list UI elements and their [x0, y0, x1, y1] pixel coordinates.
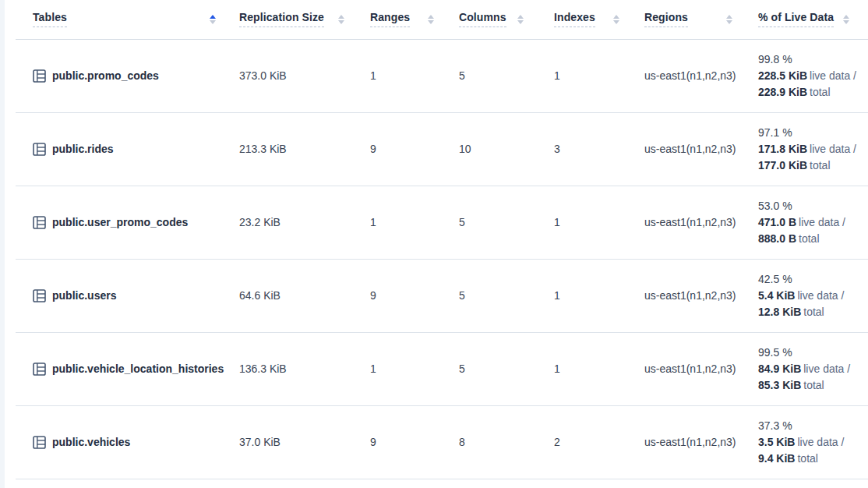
cell-regions: us-east1(n1,n2,n3) [627, 405, 740, 479]
table-row: public.rides 213.3 KiB 9 10 3 us-east1(n… [16, 112, 868, 186]
table-icon [33, 69, 46, 83]
cell-regions: us-east1(n1,n2,n3) [627, 259, 740, 332]
cell-indexes: 1 [531, 39, 627, 112]
table-name-link[interactable]: public.promo_codes [52, 69, 159, 82]
table-row: public.promo_codes 373.0 KiB 1 5 1 us-ea… [16, 39, 868, 112]
live-size: 5.4 KiB [758, 289, 795, 302]
cell-columns: 5 [442, 39, 531, 112]
cell-regions: us-east1(n1,n2,n3) [627, 39, 740, 112]
cell-live-data: 97.1 % 171.8 KiBlive data / 177.0 KiBtot… [740, 112, 868, 186]
cell-ranges: 1 [352, 332, 442, 405]
cell-ranges: 9 [352, 259, 442, 332]
table-icon [33, 289, 46, 302]
table-icon [33, 436, 46, 449]
sort-icon[interactable] [726, 15, 732, 24]
column-header-label: Columns [459, 11, 506, 27]
cell-replication-size: 213.3 KiB [224, 112, 352, 186]
total-size: 177.0 KiB [758, 159, 807, 172]
table-name-link[interactable]: public.vehicles [52, 436, 130, 448]
column-header-regions[interactable]: Regions [627, 0, 740, 39]
column-header-live-data[interactable]: % of Live Data [740, 0, 868, 39]
table-name-link[interactable]: public.users [52, 289, 116, 302]
sort-icon[interactable] [428, 15, 434, 24]
column-header-label: Indexes [554, 11, 595, 27]
column-header-indexes[interactable]: Indexes [531, 0, 627, 39]
live-percent: 97.1 % [758, 125, 857, 141]
cell-regions: us-east1(n1,n2,n3) [627, 186, 740, 259]
cell-ranges: 1 [352, 39, 442, 112]
live-percent: 37.3 % [758, 418, 857, 434]
total-suffix-label: total [803, 306, 824, 318]
live-size: 471.0 B [758, 216, 796, 228]
live-suffix-label: live data / [799, 216, 845, 228]
live-percent: 99.8 % [758, 51, 857, 68]
cell-columns: 5 [442, 259, 531, 332]
total-size: 888.0 B [758, 232, 796, 245]
cell-live-data: 53.0 % 471.0 Blive data / 888.0 Btotal [740, 186, 868, 259]
table-row: public.vehicles 37.0 KiB 9 8 2 us-east1(… [16, 405, 868, 479]
cell-regions: us-east1(n1,n2,n3) [627, 112, 740, 186]
cell-table-name: public.vehicles [16, 405, 224, 479]
column-header-label: % of Live Data [758, 11, 834, 27]
table-icon [33, 216, 46, 229]
tables-grid: Tables Replication Size Ranges [16, 0, 868, 479]
total-suffix-label: total [810, 86, 830, 98]
cell-table-name: public.promo_codes [16, 39, 224, 112]
table-icon [33, 362, 46, 376]
table-name-link[interactable]: public.vehicle_location_histories [52, 362, 224, 375]
cell-regions: us-east1(n1,n2,n3) [627, 332, 740, 405]
cell-columns: 8 [442, 405, 531, 479]
cell-indexes: 1 [531, 332, 627, 405]
live-size: 3.5 KiB [758, 436, 795, 448]
cell-indexes: 1 [531, 259, 627, 332]
column-header-label: Replication Size [239, 11, 324, 27]
cell-table-name: public.rides [16, 112, 224, 186]
total-suffix-label: total [803, 379, 824, 391]
live-suffix-label: live data / [797, 289, 844, 302]
cell-live-data: 99.5 % 84.9 KiBlive data / 85.3 KiBtotal [740, 332, 868, 405]
sort-icon[interactable] [517, 15, 524, 24]
live-suffix-label: live data / [810, 143, 856, 155]
column-header-label: Ranges [370, 11, 410, 27]
cell-ranges: 9 [352, 405, 442, 479]
cell-indexes: 3 [531, 112, 627, 186]
tables-card: Tables Replication Size Ranges [5, 0, 868, 488]
live-size: 84.9 KiB [758, 362, 801, 375]
live-suffix-label: live data / [803, 362, 850, 375]
table-name-link[interactable]: public.rides [52, 143, 114, 155]
cell-columns: 5 [442, 332, 531, 405]
cell-ranges: 9 [352, 112, 442, 186]
cell-table-name: public.users [16, 259, 224, 332]
total-size: 12.8 KiB [758, 306, 801, 318]
table-row: public.user_promo_codes 23.2 KiB 1 5 1 u… [16, 186, 868, 259]
cell-live-data: 99.8 % 228.5 KiBlive data / 228.9 KiBtot… [740, 39, 868, 112]
live-size: 171.8 KiB [758, 143, 807, 155]
cell-replication-size: 23.2 KiB [224, 186, 352, 259]
sort-asc-active-icon[interactable] [210, 15, 216, 24]
column-header-ranges[interactable]: Ranges [352, 0, 442, 39]
cell-replication-size: 37.0 KiB [224, 405, 352, 479]
header-row: Tables Replication Size Ranges [16, 0, 868, 39]
table-row: public.vehicle_location_histories 136.3 … [16, 332, 868, 405]
table-name-link[interactable]: public.user_promo_codes [52, 216, 188, 228]
total-suffix-label: total [797, 452, 817, 465]
live-percent: 42.5 % [758, 271, 857, 288]
column-header-label: Regions [644, 11, 688, 27]
column-header-tables[interactable]: Tables [16, 0, 224, 39]
total-suffix-label: total [810, 159, 830, 172]
sort-icon[interactable] [613, 15, 619, 24]
live-percent: 99.5 % [758, 345, 857, 361]
total-size: 228.9 KiB [758, 86, 807, 98]
live-size: 228.5 KiB [758, 69, 807, 82]
column-header-replication-size[interactable]: Replication Size [224, 0, 352, 39]
table-row: public.users 64.6 KiB 9 5 1 us-east1(n1,… [16, 259, 868, 332]
cell-live-data: 42.5 % 5.4 KiBlive data / 12.8 KiBtotal [740, 259, 868, 332]
table-icon [33, 143, 46, 156]
cell-live-data: 37.3 % 3.5 KiBlive data / 9.4 KiBtotal [740, 405, 868, 479]
cell-replication-size: 373.0 KiB [224, 39, 352, 112]
sort-icon[interactable] [338, 15, 344, 24]
cell-indexes: 1 [531, 186, 627, 259]
column-header-columns[interactable]: Columns [442, 0, 531, 39]
cell-columns: 5 [442, 186, 531, 259]
sort-icon[interactable] [843, 15, 849, 24]
